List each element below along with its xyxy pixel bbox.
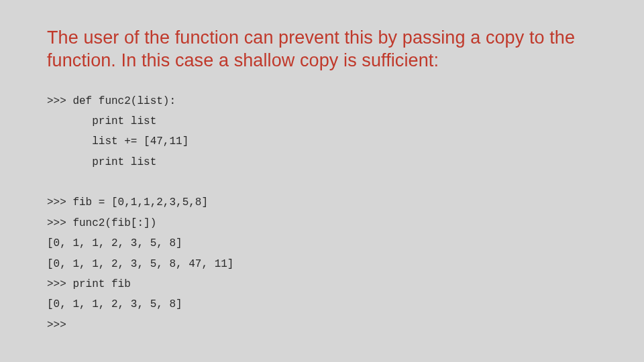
code-line: >>> fib = [0,1,1,2,3,5,8] (47, 196, 208, 208)
code-line: >>> func2(fib[:]) (47, 217, 156, 229)
code-line: list += [47,11] (47, 135, 189, 147)
code-line: [0, 1, 1, 2, 3, 5, 8] (47, 298, 182, 310)
slide-container: The user of the function can prevent thi… (0, 0, 644, 362)
code-line: >>> def func2(list): (47, 95, 176, 107)
code-line: >>> print fib (47, 278, 131, 290)
code-line: print list (47, 115, 156, 127)
slide-heading: The user of the function can prevent thi… (47, 27, 597, 72)
code-line: >>> (47, 319, 66, 331)
code-line: [0, 1, 1, 2, 3, 5, 8, 47, 11] (47, 258, 233, 270)
code-line: print list (47, 156, 156, 168)
code-block: >>> def func2(list): print list list += … (47, 91, 597, 336)
code-line: [0, 1, 1, 2, 3, 5, 8] (47, 237, 182, 249)
